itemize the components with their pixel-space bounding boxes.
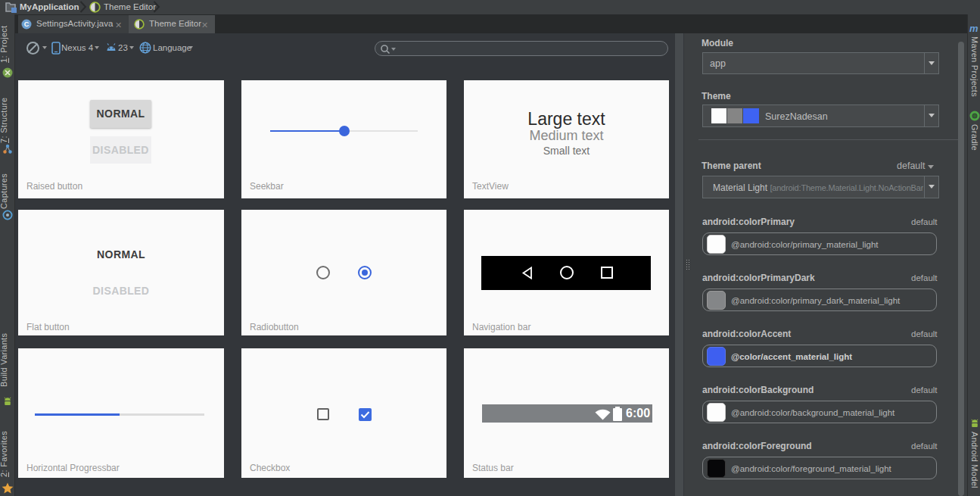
svg-text:C: C (24, 20, 30, 28)
